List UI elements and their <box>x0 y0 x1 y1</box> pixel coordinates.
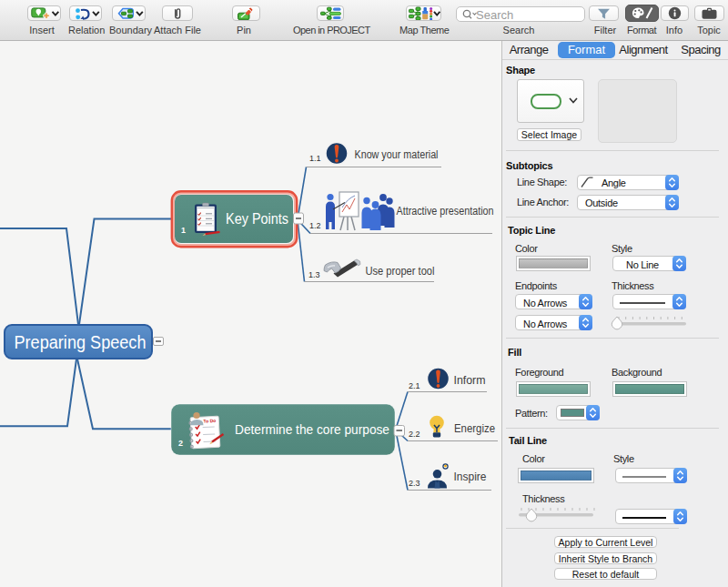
svg-text:Energize: Energize <box>454 422 495 435</box>
svg-text:1.1: 1.1 <box>309 154 321 163</box>
svg-text:Determine the core purpose: Determine the core purpose <box>235 422 389 437</box>
svg-text:Know your material: Know your material <box>355 148 439 161</box>
svg-text:Preparing Speech: Preparing Speech <box>15 331 147 352</box>
svg-text:2.1: 2.1 <box>409 381 420 390</box>
svg-text:1.2: 1.2 <box>309 221 321 230</box>
svg-text:Inform: Inform <box>454 374 486 387</box>
svg-text:2: 2 <box>178 439 183 448</box>
svg-text:2.2: 2.2 <box>409 430 420 439</box>
svg-text:Use proper tool: Use proper tool <box>366 265 435 278</box>
svg-text:1: 1 <box>181 226 186 235</box>
svg-text:Inspire: Inspire <box>454 471 487 483</box>
svg-text:To Do: To Do <box>203 418 216 424</box>
svg-text:1.3: 1.3 <box>308 270 320 279</box>
svg-text:Key Points: Key Points <box>226 211 288 227</box>
svg-text:2.3: 2.3 <box>409 479 420 488</box>
svg-text:Attractive presentation: Attractive presentation <box>397 205 494 218</box>
